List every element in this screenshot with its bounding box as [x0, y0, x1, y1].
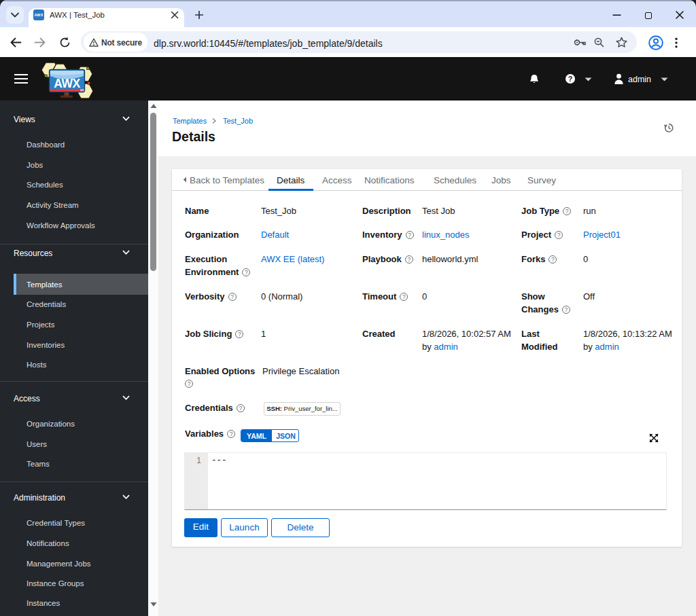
svg-text:AWX: AWX [54, 77, 80, 90]
